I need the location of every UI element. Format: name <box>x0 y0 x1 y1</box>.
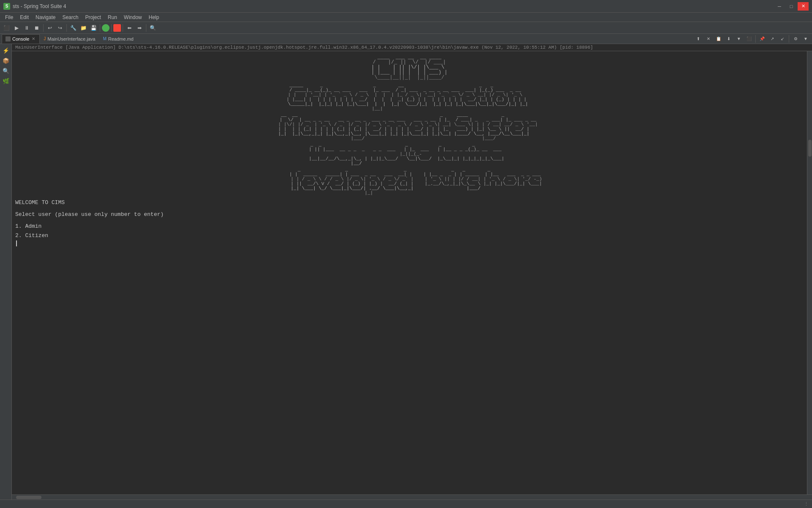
toolbar-btn-6[interactable]: ↪ <box>55 23 65 33</box>
console-icon-9[interactable]: ↙ <box>778 34 787 44</box>
console-sep-1 <box>755 35 756 43</box>
menu-bar: File Edit Navigate Search Project Run Wi… <box>0 13 812 22</box>
sidebar-icon-1[interactable]: ⚡ <box>1 46 11 55</box>
menu-window[interactable]: Window <box>121 14 145 21</box>
console-header: MainUserInterface [Java Application] D:\… <box>12 44 812 51</box>
console-icon-1[interactable]: ⬆ <box>694 34 703 44</box>
toolbar-btn-2[interactable]: ▶ <box>12 23 21 33</box>
tab-main-label: MainUserInterface.java <box>47 36 95 41</box>
title-bar-controls: ─ □ ✕ <box>774 2 809 11</box>
console-icon-10[interactable]: ⚙ <box>791 34 800 44</box>
vertical-scrollbar[interactable] <box>807 51 812 494</box>
welcome-text: WELCOME TO CIMS <box>15 198 804 207</box>
toolbar-btn-12[interactable]: 🔍 <box>148 23 157 33</box>
title-bar: S sts - Spring Tool Suite 4 ─ □ ✕ <box>0 0 812 13</box>
h-scroll-thumb[interactable] <box>16 496 41 499</box>
text-cursor <box>16 240 17 246</box>
toolbar: ⬛ ▶ ⏸ ⏹ ↩ ↪ 🔧 📁 💾 ⬅ ➡ 🔍 <box>0 22 812 34</box>
sidebar-icon-4[interactable]: 🌿 <box>1 76 11 86</box>
menu-search[interactable]: Search <box>59 14 82 21</box>
main-area: ⚡ 📦 🔍 🌿 MainUserInterface [Java Applicat… <box>0 44 812 500</box>
mgmt-ascii-art: __ __ _ ____ _ | \/ | __ _ _ __ __ _ __ … <box>273 113 546 141</box>
menu-file[interactable]: File <box>2 14 16 21</box>
console-icon-6[interactable]: ⬛ <box>744 34 754 44</box>
horizontal-scrollbar[interactable] <box>12 494 812 500</box>
console-sep-2 <box>789 35 789 43</box>
toolbar-btn-1[interactable]: ⬛ <box>2 23 11 33</box>
tab-console-label: Console <box>12 36 29 41</box>
stop-button[interactable] <box>113 24 121 32</box>
console-content-wrapper: ____ ___ __ __ ____ / |/_ || \/ |/ ___| … <box>12 51 812 494</box>
toolbar-btn-4[interactable]: ⏹ <box>32 23 41 33</box>
ascii-art-cims-block: ____ ___ __ __ ____ / |/_ || \/ |/ ___| … <box>15 55 804 80</box>
tab-readme[interactable]: M Readme.md <box>99 34 137 44</box>
menu-help[interactable]: Help <box>145 14 163 21</box>
select-user-text: Select user (please use only number to e… <box>15 210 804 219</box>
maximize-button[interactable]: □ <box>786 2 797 11</box>
app-icon: S <box>3 3 10 10</box>
tab-readme-label: Readme.md <box>108 36 134 41</box>
md-tab-icon: M <box>103 36 106 41</box>
console-icon-5[interactable]: ▼ <box>734 34 743 44</box>
toolbar-sep-6 <box>146 24 146 32</box>
cims-ascii-art: ____ ___ __ __ ____ / |/_ || \/ |/ ___| … <box>370 55 449 80</box>
tab-main-interface[interactable]: J MainUserInterface.java <box>40 34 99 44</box>
toolbar-sep-5 <box>123 24 123 32</box>
console-icon-2[interactable]: ✕ <box>704 34 713 44</box>
option2-text: 2. Citizen <box>15 231 804 240</box>
tab-bar: Console ✕ J MainUserInterface.java M Rea… <box>0 34 812 44</box>
console-icon-11[interactable]: ▼ <box>801 34 810 44</box>
tab-console-close[interactable]: ✕ <box>31 36 36 41</box>
scroll-thumb[interactable] <box>808 140 812 157</box>
ascii-art-mgmt-block: __ __ _ ____ _ | \/ | __ _ _ __ __ _ __ … <box>15 111 804 141</box>
console-tab-right-icons: ⬆ ✕ 📋 ⬇ ▼ ⬛ 📌 ↗ ↙ ⚙ ▼ <box>694 34 812 44</box>
sayno-ascii-art: _ _ _ _ _ | || |___ __ _ _ _ _ _ ___ | |… <box>303 143 516 166</box>
console-icon-7[interactable]: 📌 <box>757 34 767 44</box>
menu-navigate[interactable]: Navigate <box>32 14 59 21</box>
console-output[interactable]: ____ ___ __ __ ____ / |/_ || \/ |/ ___| … <box>12 51 807 494</box>
status-bar: ⋮ <box>0 500 812 508</box>
menu-edit[interactable]: Edit <box>16 14 32 21</box>
close-button[interactable]: ✕ <box>798 2 809 11</box>
toolbar-sep-3 <box>100 24 100 32</box>
title-bar-left: S sts - Spring Tool Suite 4 <box>3 3 66 10</box>
java-tab-icon: J <box>44 36 46 41</box>
toolbar-btn-3[interactable]: ⏸ <box>22 23 31 33</box>
menu-run[interactable]: Run <box>104 14 121 21</box>
status-right: ⋮ <box>804 501 809 507</box>
title-bar-text: sts - Spring Tool Suite 4 <box>13 3 66 9</box>
toolbar-sep-4 <box>111 24 112 32</box>
sidebar-icon-3[interactable]: 🔍 <box>1 66 11 75</box>
toolbar-btn-9[interactable]: 💾 <box>89 23 98 33</box>
plain-output: WELCOME TO CIMS Select user (please use … <box>15 198 804 246</box>
menu-project[interactable]: Project <box>82 14 104 21</box>
console-icon-8[interactable]: ↗ <box>768 34 777 44</box>
ascii-art-saynoCrime-block: _ _ _ _ _ | || |___ __ _ _ _ _ _ ___ | |… <box>15 141 804 166</box>
sidebar-icon-2[interactable]: 📦 <box>1 56 11 65</box>
toolbar-sep-1 <box>43 24 44 32</box>
cursor-line <box>15 240 804 246</box>
crime-ascii-art: _____ _ _ __ _ _ / ____|_ __(_)_ __ ___ … <box>283 83 537 111</box>
toolbar-btn-8[interactable]: 📁 <box>79 23 88 33</box>
ascii-art-dev-block: _ _ _ _ _ _ | | _____ _____| | ___ _ __ … <box>15 166 804 196</box>
run-button[interactable] <box>102 24 110 32</box>
console-tab-icon <box>5 36 11 41</box>
left-sidebar: ⚡ 📦 🔍 🌿 <box>0 44 12 500</box>
toolbar-sep-2 <box>66 24 67 32</box>
toolbar-btn-11[interactable]: ➡ <box>135 23 144 33</box>
toolbar-btn-7[interactable]: 🔧 <box>69 23 78 33</box>
tab-console[interactable]: Console ✕ <box>2 34 40 44</box>
ascii-art-crime-block: _____ _ _ __ _ _ / ____|_ __(_)_ __ ___ … <box>15 80 804 111</box>
console-area: MainUserInterface [Java Application] D:\… <box>12 44 812 500</box>
option1-text: 1. Admin <box>15 222 804 231</box>
console-icon-3[interactable]: 📋 <box>714 34 723 44</box>
minimize-button[interactable]: ─ <box>774 2 785 11</box>
dev-ascii-art: _ _ _ _ _ _ | | _____ _____| | ___ _ __ … <box>275 168 543 196</box>
console-icon-4[interactable]: ⬇ <box>724 34 733 44</box>
toolbar-btn-10[interactable]: ⬅ <box>125 23 134 33</box>
toolbar-btn-5[interactable]: ↩ <box>45 23 55 33</box>
